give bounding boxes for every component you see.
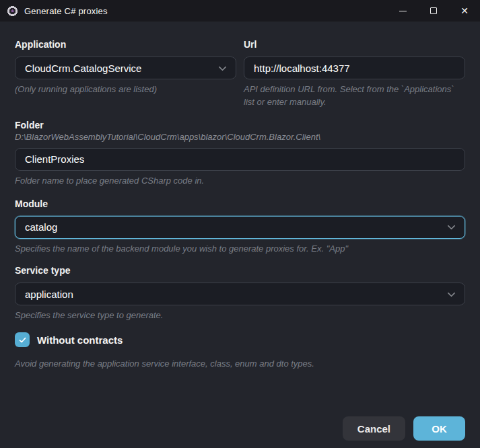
- chevron-down-icon: [217, 63, 228, 73]
- application-select[interactable]: CloudCrm.CatalogService: [15, 57, 236, 79]
- module-select[interactable]: catalog: [15, 216, 465, 239]
- ok-button[interactable]: OK: [413, 416, 465, 441]
- folder-label: Folder: [15, 120, 465, 130]
- without-contracts-checkbox[interactable]: [15, 332, 30, 347]
- without-contracts-label: Without contracts: [37, 334, 123, 346]
- close-button[interactable]: ✕: [449, 0, 480, 22]
- generate-proxies-dialog: Generate C# proxies ✕ Application CloudC…: [0, 0, 480, 448]
- chevron-down-icon: [446, 289, 456, 299]
- chevron-down-icon: [446, 222, 456, 232]
- service-type-field: Service type application Specifies the s…: [15, 265, 465, 322]
- without-contracts-hint: Avoid generating the application service…: [15, 358, 465, 371]
- close-icon: ✕: [460, 6, 469, 15]
- application-label: Application: [15, 39, 236, 50]
- url-field: Url API definition URL from. Select from…: [244, 39, 465, 109]
- maximize-icon: [430, 7, 437, 14]
- folder-hint: Folder name to place generated CSharp co…: [15, 175, 465, 188]
- service-type-hint: Specifies the service type to generate.: [15, 309, 465, 322]
- url-hint: API definition URL from. Select from the…: [244, 83, 465, 109]
- dialog-body: Application CloudCrm.CatalogService (Onl…: [0, 22, 480, 448]
- application-select-value: CloudCrm.CatalogService: [24, 63, 141, 74]
- application-field: Application CloudCrm.CatalogService (Onl…: [15, 39, 236, 109]
- url-input[interactable]: [244, 57, 465, 79]
- maximize-button[interactable]: [418, 0, 449, 22]
- without-contracts-row[interactable]: Without contracts: [15, 332, 465, 347]
- check-icon: [18, 336, 27, 344]
- window-controls: ✕: [387, 0, 480, 22]
- app-logo-icon: [7, 5, 18, 17]
- module-label: Module: [15, 198, 465, 209]
- cancel-button[interactable]: Cancel: [343, 416, 405, 441]
- folder-path: D:\BlazorWebAssemblyTutorial\CloudCrm\ap…: [15, 132, 465, 142]
- title-bar: Generate C# proxies ✕: [0, 0, 480, 22]
- application-hint: (Only running applications are listed): [15, 83, 236, 96]
- module-select-value: catalog: [24, 221, 57, 233]
- service-type-select[interactable]: application: [15, 283, 465, 305]
- service-type-label: Service type: [15, 265, 465, 276]
- window-title: Generate C# proxies: [24, 6, 108, 16]
- module-field: Module catalog Specifies the name of the…: [15, 198, 465, 256]
- url-label: Url: [244, 39, 465, 50]
- minimize-icon: [399, 11, 407, 11]
- minimize-button[interactable]: [387, 0, 418, 22]
- folder-field: Folder D:\BlazorWebAssemblyTutorial\Clou…: [15, 120, 465, 188]
- service-type-select-value: application: [24, 289, 73, 300]
- dialog-footer: Cancel OK: [15, 416, 465, 448]
- module-hint: Specifies the name of the backend module…: [15, 243, 465, 256]
- folder-input[interactable]: [15, 148, 465, 171]
